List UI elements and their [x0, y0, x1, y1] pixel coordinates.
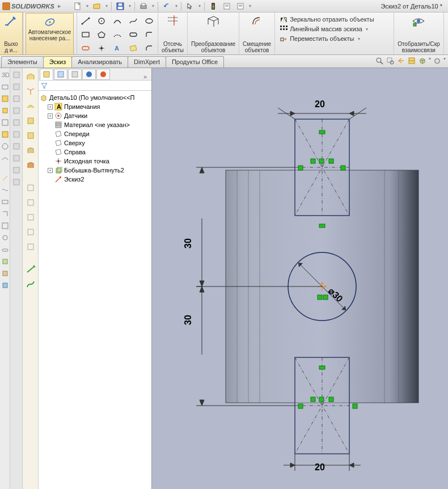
- zoom-fit-icon[interactable]: [375, 56, 384, 65]
- new-file-icon[interactable]: [73, 1, 83, 11]
- tree-item[interactable]: +Бобышка-Вытянуть2: [40, 166, 150, 175]
- feature13-icon[interactable]: [1, 233, 9, 242]
- feature4-icon[interactable]: [1, 118, 9, 127]
- config-manager-tab[interactable]: [68, 69, 82, 80]
- feature6-icon[interactable]: [1, 142, 9, 150]
- tab-sketch[interactable]: Эскиз: [43, 56, 72, 68]
- feature7-icon[interactable]: [1, 154, 9, 162]
- tree-toggle-icon[interactable]: +: [48, 113, 53, 119]
- arc-tool-icon[interactable]: [110, 15, 125, 27]
- grey8-icon[interactable]: [12, 154, 20, 162]
- polygon-tool-icon[interactable]: [94, 28, 109, 41]
- feature12-icon[interactable]: [1, 221, 9, 230]
- open-file-icon[interactable]: [92, 1, 102, 11]
- feature17-icon[interactable]: [1, 281, 9, 289]
- slot3pt-tool-icon[interactable]: [78, 42, 93, 54]
- grey2-icon[interactable]: [12, 82, 20, 91]
- fc-btn-4[interactable]: [24, 115, 37, 127]
- feature9-icon[interactable]: [1, 186, 9, 194]
- print-icon[interactable]: [138, 1, 149, 11]
- tree-item[interactable]: +AПримечания: [40, 102, 150, 111]
- tab-analyze[interactable]: Анализировать: [71, 56, 128, 68]
- slot-tool-icon[interactable]: [126, 28, 141, 41]
- graphics-area[interactable]: 20 20 30 30 ⌀30: [152, 68, 448, 489]
- mirror-entities-button[interactable]: Зеркально отразить объекты: [278, 15, 375, 24]
- display-manager-tab[interactable]: [96, 69, 110, 80]
- feature11-icon[interactable]: [1, 209, 9, 218]
- tree-toggle-icon[interactable]: +: [48, 168, 53, 173]
- grey1-icon[interactable]: [12, 70, 20, 79]
- circle-tool-icon[interactable]: [94, 15, 109, 27]
- line-tool-icon[interactable]: [78, 15, 93, 27]
- spline-tool-icon[interactable]: [126, 15, 141, 27]
- feature2-icon[interactable]: [1, 94, 9, 103]
- linear-pattern-button[interactable]: Линейный массив эскиза▾: [278, 24, 375, 33]
- rectangle-tool-icon[interactable]: [78, 28, 93, 41]
- fc-btn-1[interactable]: [24, 70, 37, 83]
- tree-item[interactable]: Эскиз2: [40, 175, 150, 184]
- feature8-icon[interactable]: [1, 174, 9, 182]
- tree-item[interactable]: Спереди: [40, 129, 150, 138]
- options-icon[interactable]: [235, 1, 246, 11]
- ellipse-tool-icon[interactable]: [142, 15, 157, 27]
- grey5-icon[interactable]: [12, 118, 20, 127]
- feature-manager-tab[interactable]: [40, 69, 53, 80]
- extrude-boss-icon[interactable]: [1, 106, 9, 115]
- feature10-icon[interactable]: [1, 197, 9, 206]
- fc-btn-11[interactable]: [24, 226, 37, 238]
- feature5-icon[interactable]: [1, 130, 9, 138]
- dimxpert-manager-tab[interactable]: [82, 69, 96, 80]
- tree-expand-icon[interactable]: »: [140, 73, 150, 80]
- feature14-icon[interactable]: [1, 245, 9, 254]
- 3d-sketch-icon[interactable]: 3D: [1, 70, 9, 79]
- fc-btn-10[interactable]: [24, 211, 37, 224]
- dim-upper-30[interactable]: 30: [183, 238, 193, 248]
- arc3pt-tool-icon[interactable]: [110, 28, 125, 41]
- plane-tool-icon[interactable]: [126, 42, 141, 54]
- select-arrow-icon[interactable]: [185, 1, 195, 11]
- tree-item[interactable]: +Датчики: [40, 111, 150, 120]
- dim-lower-30[interactable]: 30: [183, 315, 193, 325]
- previous-view-icon[interactable]: [396, 56, 405, 65]
- trim-button[interactable]: Отсечь объекты: [158, 12, 188, 54]
- section-view-icon[interactable]: [407, 56, 416, 65]
- convert-button[interactable]: Преобразование объектов: [188, 12, 239, 54]
- move-entities-button[interactable]: Переместить объекты▾: [278, 34, 375, 43]
- tree-toggle-icon[interactable]: +: [48, 104, 53, 109]
- undo-icon[interactable]: [162, 1, 172, 11]
- fc-btn-9[interactable]: [24, 196, 37, 209]
- tree-item[interactable]: Материал <не указан>: [40, 120, 150, 129]
- fc-btn-dimension[interactable]: [24, 263, 37, 276]
- save-icon[interactable]: [115, 1, 125, 11]
- grey7-icon[interactable]: [12, 142, 20, 150]
- display-relations-button[interactable]: Отобразить/Скр взаимосвязи: [394, 12, 443, 54]
- fc-btn-8[interactable]: [24, 182, 37, 194]
- feature15-icon[interactable]: [1, 257, 9, 265]
- tree-filter-bar[interactable]: [39, 81, 151, 91]
- grey9-icon[interactable]: [12, 166, 20, 174]
- text-tool-icon[interactable]: A: [110, 42, 125, 54]
- grey6-icon[interactable]: [12, 130, 20, 138]
- feature1-icon[interactable]: [1, 82, 9, 91]
- fillet-tool-icon[interactable]: [142, 28, 157, 41]
- fc-btn-6[interactable]: [24, 144, 37, 157]
- fc-btn-2[interactable]: [24, 85, 37, 98]
- dim-bottom-width[interactable]: 20: [315, 462, 325, 473]
- tree-item[interactable]: Сверху: [40, 138, 150, 147]
- autodim-button[interactable]: Автоматическое нанесение ра...: [23, 12, 77, 54]
- tab-office[interactable]: Продукты Office: [166, 56, 224, 68]
- fc-btn-7[interactable]: [24, 159, 37, 171]
- tree-item[interactable]: Справа: [40, 147, 150, 157]
- chamfer-tool-icon[interactable]: [142, 42, 157, 54]
- tree-root[interactable]: Деталь10 (По умолчанию<<П: [40, 93, 150, 102]
- tree-item[interactable]: Исходная точка: [40, 157, 150, 166]
- fc-btn-12[interactable]: [24, 241, 37, 253]
- grey4-icon[interactable]: [12, 106, 20, 115]
- document-properties-icon[interactable]: [222, 1, 232, 11]
- zoom-area-icon[interactable]: [386, 56, 395, 65]
- dim-top-width[interactable]: 20: [315, 99, 325, 109]
- tab-elements[interactable]: Элементы: [1, 56, 44, 68]
- tab-dimxpert[interactable]: DimXpert: [128, 56, 166, 68]
- property-manager-tab[interactable]: [54, 69, 67, 80]
- feature16-icon[interactable]: [1, 269, 9, 277]
